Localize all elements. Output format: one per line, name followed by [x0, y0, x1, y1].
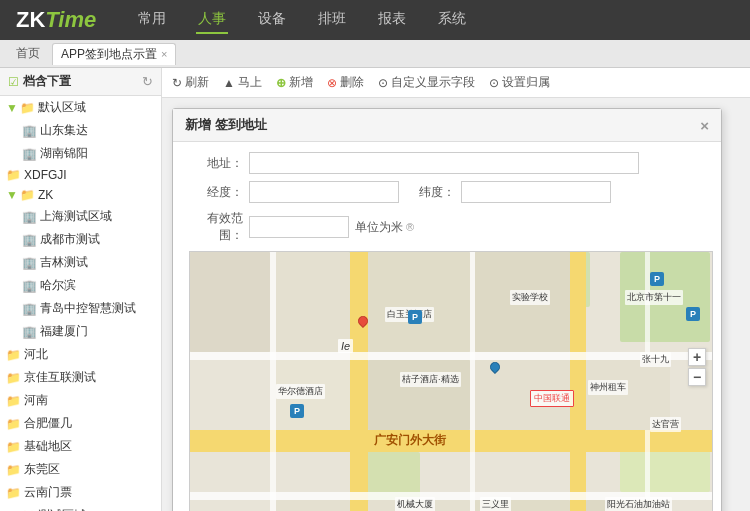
sidebar-item-dongguan[interactable]: 📁东莞区	[0, 458, 161, 481]
map-label-beijing11: 北京市第十一	[625, 290, 683, 305]
add-label: 新增	[289, 74, 313, 91]
svg-rect-7	[190, 430, 713, 452]
delete-label: 删除	[340, 74, 364, 91]
sidebar-item-jilin[interactable]: 🏢吉林测试	[0, 251, 161, 274]
dialog-close-button[interactable]: ×	[700, 117, 709, 134]
sidebar-title: 档含下置	[23, 73, 71, 90]
sidebar-item-test-region[interactable]: ▼📁测试区域	[0, 504, 161, 511]
nav-item-device[interactable]: 设备	[256, 6, 288, 34]
sidebar-header: ☑ 档含下置 ↻	[0, 68, 161, 96]
address-label: 地址：	[185, 155, 243, 172]
delete-button[interactable]: ⊗ 删除	[327, 74, 364, 91]
breadcrumb-close-icon[interactable]: ×	[161, 48, 167, 60]
map-label-huaerde: 华尔德酒店	[276, 384, 325, 399]
nav-item-system[interactable]: 系统	[436, 6, 468, 34]
longlat-row: 经度： 纬度：	[185, 181, 709, 203]
dialog-box: 新增 签到地址 × 地址： 经度： 纬度：	[172, 108, 722, 511]
refresh-button[interactable]: ↻ 刷新	[172, 74, 209, 91]
logo: ZKTime	[16, 7, 96, 33]
add-icon: ⊕	[276, 76, 286, 90]
breadcrumb-home[interactable]: 首页	[8, 43, 48, 64]
move-up-icon: ▲	[223, 76, 235, 90]
nav-item-personnel[interactable]: 人事	[196, 6, 228, 34]
map-label-school: 实验学校	[510, 290, 550, 305]
map-label-zhangshijiu: 张十九	[640, 352, 671, 367]
set-affiliation-button[interactable]: ⊙ 设置归属	[489, 74, 550, 91]
custom-fields-button[interactable]: ⊙ 自定义显示字段	[378, 74, 475, 91]
range-unit: 单位为米	[355, 219, 403, 236]
breadcrumb-bar: 首页 APP签到地点示置 ×	[0, 40, 750, 68]
map-zoom-in[interactable]: +	[688, 348, 706, 366]
range-input[interactable]	[249, 216, 349, 238]
set-affiliation-icon: ⊙	[489, 76, 499, 90]
sidebar-item-hebei[interactable]: 📁河北	[0, 343, 161, 366]
svg-rect-21	[368, 360, 470, 430]
map-parking-3: P	[650, 272, 664, 286]
map-zoom-controls: + −	[688, 348, 706, 386]
refresh-label: 刷新	[185, 74, 209, 91]
dialog-title: 新增 签到地址	[185, 116, 267, 134]
map-parking-1: P	[290, 404, 304, 418]
custom-fields-label: 自定义显示字段	[391, 74, 475, 91]
sidebar-item-yunnan[interactable]: 📁云南门票	[0, 481, 161, 504]
top-nav: ZKTime 常用 人事 设备 排班 报表 系统	[0, 0, 750, 40]
map-label-jixieda: 机械大厦	[395, 497, 435, 511]
custom-fields-icon: ⊙	[378, 76, 388, 90]
sidebar-item-default-region[interactable]: ▼📁默认区域	[0, 96, 161, 119]
longitude-input[interactable]	[249, 181, 399, 203]
latitude-input[interactable]	[461, 181, 611, 203]
range-label: 有效范围：	[185, 210, 243, 244]
sidebar-item-qingdao[interactable]: 🏢青岛中控智慧测试	[0, 297, 161, 320]
svg-rect-8	[350, 252, 368, 511]
range-unit-icon: ®	[406, 221, 414, 233]
sidebar-refresh-icon[interactable]: ↻	[142, 74, 153, 89]
sidebar-item-henan[interactable]: 📁河南	[0, 389, 161, 412]
dialog-title-bar: 新增 签到地址 ×	[173, 109, 721, 142]
move-up-label: 马上	[238, 74, 262, 91]
sidebar-item-xdfgji[interactable]: 📁XDFGJI	[0, 165, 161, 185]
breadcrumb-current-tab[interactable]: APP签到地点示置 ×	[52, 43, 176, 65]
sidebar-item-haerbin[interactable]: 🏢哈尔滨	[0, 274, 161, 297]
map-label-daguanying: 达官营	[650, 417, 681, 432]
svg-rect-19	[276, 500, 350, 511]
svg-rect-16	[190, 252, 270, 352]
nav-item-common[interactable]: 常用	[136, 6, 168, 34]
svg-rect-9	[570, 252, 586, 511]
map-label-ie: Ie	[338, 339, 353, 353]
map-zoom-out[interactable]: −	[688, 368, 706, 386]
sidebar-item-zk[interactable]: ▼📁ZK	[0, 185, 161, 205]
move-up-button[interactable]: ▲ 马上	[223, 74, 262, 91]
map-label-yangguan: 阳光石油加油站	[605, 497, 672, 511]
sidebar-item-hunan[interactable]: 🏢湖南锦阳	[0, 142, 161, 165]
sidebar-item-jinglia[interactable]: 📁京佳互联测试	[0, 366, 161, 389]
map-container[interactable]: 广安门外大街 白玉兰酒店 实验学校 桔子酒店·精选 华尔德酒店 中国联通 神州租…	[189, 251, 713, 511]
sidebar: ☑ 档含下置 ↻ ▼📁默认区域 🏢山东集达 🏢湖南锦阳 📁XDFGJI ▼📁ZK	[0, 68, 162, 511]
sidebar-checkbox[interactable]: ☑	[8, 75, 19, 89]
tree-container: ▼📁默认区域 🏢山东集达 🏢湖南锦阳 📁XDFGJI ▼📁ZK 🏢上海测试区域 …	[0, 96, 161, 511]
map-label-sanyili: 三义里	[480, 497, 511, 511]
dialog-body: 地址： 经度： 纬度： 有效范围： 单位为米	[173, 142, 721, 511]
breadcrumb-current-label: APP签到地点示置	[61, 46, 157, 63]
content-area: ↻ 刷新 ▲ 马上 ⊕ 新增 ⊗ 删除 ⊙ 自定义显示字段 ⊙ 设置归属	[162, 68, 750, 511]
sidebar-item-shandong[interactable]: 🏢山东集达	[0, 119, 161, 142]
logo-time: Time	[45, 7, 96, 33]
add-button[interactable]: ⊕ 新增	[276, 74, 313, 91]
svg-rect-14	[470, 252, 475, 511]
svg-text:广安门外大街: 广安门外大街	[373, 433, 447, 447]
sidebar-item-hefei1[interactable]: 📁合肥僵几	[0, 412, 161, 435]
nav-item-report[interactable]: 报表	[376, 6, 408, 34]
map-label-shenzhou: 神州租车	[588, 380, 628, 395]
svg-rect-10	[190, 352, 713, 360]
svg-rect-20	[368, 252, 470, 352]
nav-item-schedule[interactable]: 排班	[316, 6, 348, 34]
map-parking-4: P	[686, 307, 700, 321]
toolbar: ↻ 刷新 ▲ 马上 ⊕ 新增 ⊗ 删除 ⊙ 自定义显示字段 ⊙ 设置归属	[162, 68, 750, 98]
sidebar-item-base[interactable]: 📁基础地区	[0, 435, 161, 458]
sidebar-item-shanghai[interactable]: 🏢上海测试区域	[0, 205, 161, 228]
sidebar-item-fujian[interactable]: 🏢福建厦门	[0, 320, 161, 343]
sidebar-item-chengdu[interactable]: 🏢成都市测试	[0, 228, 161, 251]
delete-icon: ⊗	[327, 76, 337, 90]
logo-zk: ZK	[16, 7, 45, 33]
svg-rect-17	[276, 252, 350, 352]
address-input[interactable]	[249, 152, 639, 174]
